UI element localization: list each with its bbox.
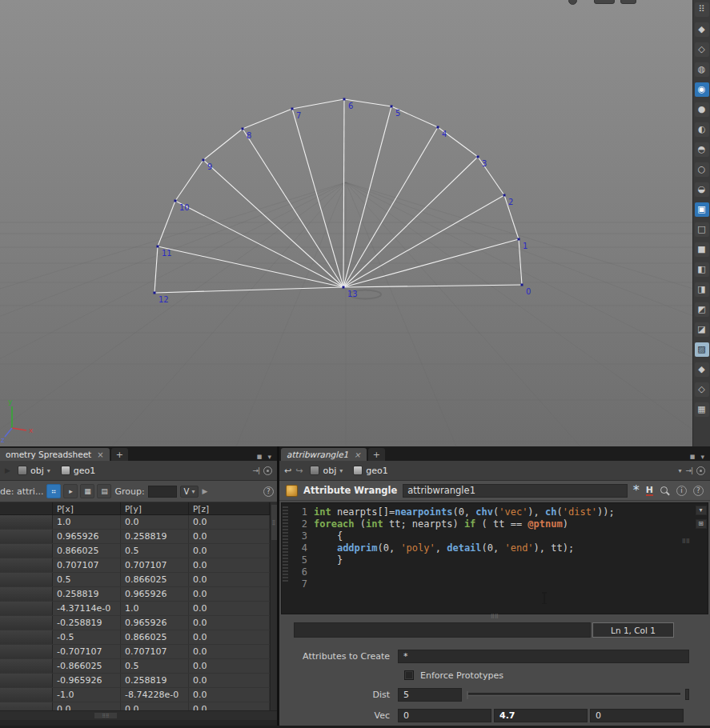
new-tab-button[interactable]: +	[111, 448, 128, 461]
column-header-py[interactable]: P[y]	[121, 502, 189, 514]
resize-grip[interactable]: ⠿⠿	[682, 538, 690, 545]
row-id-cell[interactable]	[0, 544, 53, 558]
row-id-cell[interactable]	[0, 630, 53, 644]
table-row[interactable]: 0.8660250.50.0	[0, 544, 270, 558]
pane-menu-icon[interactable]: ■	[690, 454, 696, 460]
dist-field[interactable]: 5	[398, 688, 462, 702]
code-line[interactable]: 6	[290, 566, 694, 578]
parameter-drag-handle[interactable]	[283, 506, 288, 582]
table-row[interactable]: 0.2588190.9659260.0	[0, 587, 270, 602]
diamond-outline-icon[interactable]: ◇	[695, 382, 709, 397]
table-row[interactable]: 0.7071070.7071070.0	[0, 558, 270, 573]
row-id-cell[interactable]	[0, 515, 53, 529]
scrollbar-grip[interactable]: ⠿⠿	[94, 713, 117, 718]
forward-icon[interactable]: ↪	[295, 466, 303, 476]
view-mode-dropdown[interactable]: V ▾	[180, 486, 199, 498]
grid-display-icon[interactable]: ▦	[695, 402, 709, 417]
column-header-pz[interactable]: P[z]	[189, 502, 270, 514]
table-row[interactable]: -0.50.8660250.0	[0, 630, 270, 645]
resize-grip[interactable]: ⠿⠿	[491, 614, 499, 620]
wire-sphere-icon[interactable]: ○	[695, 162, 709, 177]
row-id-cell[interactable]	[0, 602, 53, 615]
vec-y-field[interactable]: 4.7	[494, 709, 588, 722]
viewport-3d[interactable]: 012345678910111213 yxz	[0, 0, 692, 446]
info-icon[interactable]: i	[676, 486, 687, 496]
close-icon[interactable]: ×	[97, 450, 103, 459]
code-line[interactable]: 4 addprim(0, 'poly', detail(0, 'end'), t…	[290, 542, 694, 554]
column-header-px[interactable]: P[x]	[53, 502, 121, 514]
diamond-solid-icon[interactable]: ◆	[695, 362, 709, 377]
dist-slider[interactable]	[467, 693, 680, 696]
table-row[interactable]: -4.37114e-01.00.0	[0, 602, 270, 616]
group-input[interactable]	[148, 486, 177, 498]
lock-icon[interactable]: ◆	[695, 22, 709, 37]
radial-menu-icon[interactable]	[263, 466, 272, 475]
hscript-language-icon[interactable]: H	[646, 486, 653, 496]
row-id-cell[interactable]	[0, 616, 53, 630]
attributes-to-create-field[interactable]: *	[398, 650, 689, 663]
detail-mode-button[interactable]: ▤	[97, 484, 111, 498]
value-ladder-handle[interactable]	[685, 689, 689, 700]
row-id-header[interactable]	[0, 502, 53, 514]
stowed-toolbar-grip[interactable]	[620, 0, 636, 4]
search-icon[interactable]	[660, 486, 670, 496]
table-row[interactable]: -0.7071070.7071070.0	[0, 645, 270, 659]
unlock-icon[interactable]: ◇	[695, 42, 709, 57]
path-history-icon[interactable]: ▾	[678, 467, 681, 474]
display-points-icon[interactable]: ◉	[695, 82, 709, 97]
breadcrumb-geo1[interactable]: geo1	[58, 464, 98, 478]
path-collapse-icon[interactable]: ▶	[5, 466, 10, 474]
pointer-tool-icon[interactable]: ◍	[695, 62, 709, 77]
two-tone-sphere-icon[interactable]: ◒	[695, 182, 709, 197]
paint-overlay-icon[interactable]: ▨	[695, 342, 709, 357]
half-shade-icon[interactable]: ◧	[695, 262, 709, 277]
breadcrumb-obj[interactable]: obj ▾	[14, 464, 54, 478]
row-id-cell[interactable]	[0, 688, 53, 702]
back-icon[interactable]: ↩	[284, 466, 291, 476]
stowed-toolbar-grip[interactable]	[594, 0, 615, 4]
table-row[interactable]: -0.9659260.2588190.0	[0, 674, 270, 688]
code-line[interactable]: 7	[290, 578, 694, 590]
pin-path-icon[interactable]: →|	[252, 466, 259, 474]
table-row[interactable]: 1.00.00.0	[0, 515, 270, 530]
vertical-scrollbar[interactable]: ⣿	[270, 502, 277, 710]
snippet-menu-icon[interactable]: ▾	[696, 506, 707, 515]
breadcrumb-obj[interactable]: obj ▾	[307, 464, 346, 478]
row-id-cell[interactable]	[0, 587, 53, 601]
breadcrumb-geo1[interactable]: geo1	[350, 464, 391, 478]
vec-x-field[interactable]: 0	[398, 709, 491, 722]
display-point-numbers-icon[interactable]: ▣	[695, 202, 709, 217]
help-icon[interactable]: ?	[693, 486, 704, 496]
code-line[interactable]: 1int nearpts[]=nearpoints(0, chv('vec'),…	[290, 506, 694, 518]
speaker-icon[interactable]: ◨	[695, 282, 709, 297]
code-line[interactable]: 3 {	[290, 530, 694, 542]
row-id-cell[interactable]	[0, 674, 53, 687]
row-id-cell[interactable]	[0, 573, 53, 586]
new-tab-button[interactable]: +	[368, 448, 385, 461]
ruler-icon[interactable]: ◪	[695, 322, 709, 337]
tab-geometry-spreadsheet[interactable]: ometry Spreadsheet ×	[0, 448, 110, 461]
character-pick-icon[interactable]: ●	[695, 102, 709, 117]
table-row[interactable]: 0.00.00.0	[0, 702, 270, 710]
radial-menu-icon[interactable]	[696, 466, 705, 475]
expression-sparkle-icon[interactable]: *	[633, 486, 640, 494]
primitives-mode-button[interactable]: ▦	[80, 484, 94, 498]
wire-box-icon[interactable]: □	[695, 222, 709, 237]
code-line[interactable]: 2foreach (int tt; nearpts) if ( tt == @p…	[290, 518, 694, 530]
shaded-box-icon[interactable]: ■	[695, 242, 709, 257]
pin-path-icon[interactable]: →|	[685, 466, 692, 474]
table-row[interactable]: -0.2588190.9659260.0	[0, 616, 270, 630]
toolbar-grip-icon[interactable]: ⠿	[695, 2, 709, 17]
code-line[interactable]: 5 }	[290, 554, 694, 566]
scrollbar-grip[interactable]: ⣿	[271, 505, 277, 540]
table-row[interactable]: -1.0-8.74228e-00.0	[0, 688, 270, 702]
table-row[interactable]: 0.9659260.2588190.0	[0, 530, 270, 544]
character-circle-icon[interactable]: ◐	[695, 122, 709, 137]
pane-dropdown-icon[interactable]: ▾	[700, 453, 704, 461]
pane-menu-icon[interactable]: ■	[257, 454, 263, 460]
row-id-cell[interactable]	[0, 645, 53, 658]
table-row[interactable]: -0.8660250.50.0	[0, 659, 270, 674]
vec-z-field[interactable]: 0	[590, 709, 684, 722]
close-icon[interactable]: ×	[354, 450, 360, 459]
horizontal-scrollbar[interactable]: ⠿⠿	[0, 710, 277, 720]
